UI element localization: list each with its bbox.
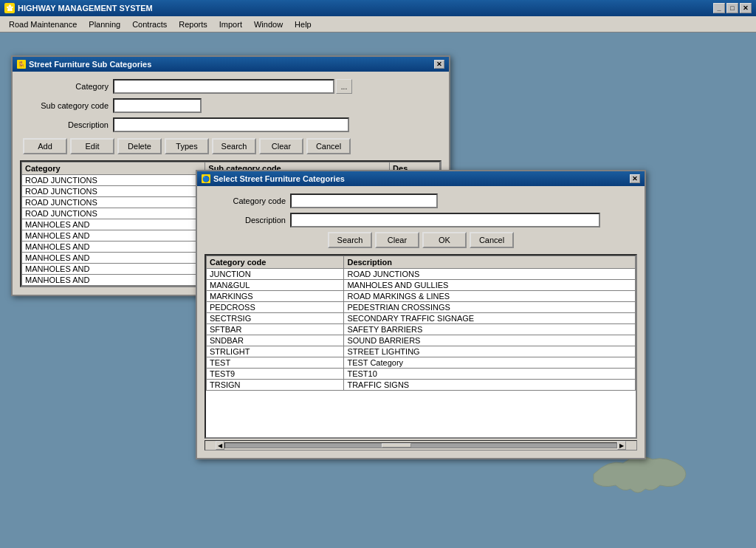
dialog2-ok-btn[interactable]: OK — [422, 232, 467, 248]
menu-window[interactable]: Window — [248, 18, 289, 30]
dialog-select-street-furniture-categories: 🔵 Select Street Furniture Categories ✕ C… — [196, 170, 646, 459]
dialog1-category-row: Category ... — [20, 79, 441, 94]
dialog1-subcategory-input[interactable] — [113, 98, 202, 113]
dialog1-col-category: Category — [22, 162, 205, 175]
dialog2-scrollbar-h[interactable]: ◀ ▶ — [205, 440, 637, 451]
table-row[interactable]: TRSIGNTRAFFIC SIGNS — [207, 380, 636, 391]
menu-help[interactable]: Help — [289, 18, 317, 30]
table-row[interactable]: TEST9TEST10 — [207, 369, 636, 380]
dialog2-col-category-code: Category code — [207, 256, 344, 269]
dialog2-clear-btn[interactable]: Clear — [375, 232, 419, 248]
dialog1-category-label: Category — [20, 82, 109, 91]
dialog2-category-code-row: Category code — [205, 193, 637, 208]
dialog1-title: Street Furniture Sub Categories — [29, 60, 151, 69]
dialog2-col-description: Description — [344, 256, 636, 269]
dialog1-clear-btn[interactable]: Clear — [259, 138, 303, 154]
dialog1-search-btn[interactable]: Search — [212, 138, 256, 154]
dialog1-description-input[interactable] — [113, 117, 349, 132]
app-icon: 🛣 — [4, 3, 15, 13]
dialog2-cancel-btn[interactable]: Cancel — [470, 232, 514, 248]
dialog1-category-input[interactable] — [113, 79, 334, 94]
dialog1-description-label: Description — [20, 120, 109, 129]
dialog1-subcategory-row: Sub category code — [20, 98, 441, 113]
menu-planning[interactable]: Planning — [83, 18, 126, 30]
dialog1-btn-row: Add Edit Delete Types Search Clear Cance… — [20, 138, 441, 154]
dialog1-subcategory-label: Sub category code — [20, 101, 109, 110]
scrollbar-track[interactable] — [224, 442, 617, 448]
dialog1-types-btn[interactable]: Types — [165, 138, 209, 154]
title-bar: 🛣 HIGHWAY MANAGEMENT SYSTEM _ □ ✕ — [0, 0, 756, 16]
scrollbar-thumb[interactable] — [382, 443, 411, 448]
dialog2-search-btn[interactable]: Search — [328, 232, 372, 248]
dialog2-category-code-label: Category code — [205, 196, 286, 205]
scroll-left-btn[interactable]: ◀ — [216, 441, 224, 450]
dialog1-delete-btn[interactable]: Delete — [117, 138, 162, 154]
dialog1-icon: 🪑 — [17, 60, 26, 69]
menu-contracts[interactable]: Contracts — [126, 18, 173, 30]
dialog2-title: Select Street Furniture Categories — [213, 174, 345, 183]
dialog1-title-bar: 🪑 Street Furniture Sub Categories ✕ — [13, 57, 449, 72]
dialog2-icon: 🔵 — [202, 174, 210, 183]
app-title: HIGHWAY MANAGEMENT SYSTEM — [18, 4, 153, 13]
dialog2-close-btn[interactable]: ✕ — [630, 174, 640, 183]
table-row[interactable]: TESTTEST Category — [207, 357, 636, 369]
dialog1-add-btn[interactable]: Add — [23, 138, 67, 154]
menu-road-maintenance[interactable]: Road Maintenance — [3, 18, 83, 30]
dialog2-title-bar: 🔵 Select Street Furniture Categories ✕ — [197, 171, 645, 186]
dialog2-description-label: Description — [205, 216, 286, 225]
dialog2-table: Category code Description JUNCTIONROAD J… — [206, 256, 636, 391]
dialog1-edit-btn[interactable]: Edit — [70, 138, 114, 154]
close-btn[interactable]: ✕ — [740, 3, 752, 13]
dialog2-content: Category code Description Search Clear O… — [197, 186, 645, 458]
menu-bar: Road Maintenance Planning Contracts Repo… — [0, 16, 756, 32]
menu-reports[interactable]: Reports — [173, 18, 213, 30]
table-row[interactable]: SNDBARSOUND BARRIERS — [207, 335, 636, 346]
table-row[interactable]: SFTBARSAFETY BARRIERS — [207, 324, 636, 335]
scroll-right-btn[interactable]: ▶ — [617, 441, 626, 450]
dialog2-table-container[interactable]: Category code Description JUNCTIONROAD J… — [205, 254, 637, 439]
table-row[interactable]: SECTRSIGSECONDARY TRAFFIC SIGNAGE — [207, 313, 636, 324]
dialog2-btn-row: Search Clear OK Cancel — [205, 232, 637, 248]
minimize-btn[interactable]: _ — [713, 3, 725, 13]
dialog2-description-row: Description — [205, 213, 637, 227]
restore-btn[interactable]: □ — [726, 3, 738, 13]
dialog1-description-row: Description — [20, 117, 441, 132]
menu-import[interactable]: Import — [213, 18, 248, 30]
dialog1-category-field-group: ... — [113, 79, 352, 94]
table-row[interactable]: JUNCTIONROAD JUNCTIONS — [207, 269, 636, 280]
dialog2-description-input[interactable] — [290, 213, 600, 227]
table-row[interactable]: MAN&GULMANHOLES AND GULLIES — [207, 280, 636, 291]
table-row[interactable]: MARKINGSROAD MARKINGS & LINES — [207, 291, 636, 302]
dialog1-category-browse-btn[interactable]: ... — [336, 79, 352, 94]
table-row[interactable]: STRLIGHTSTREET LIGHTING — [207, 346, 636, 357]
dialog1-close-btn[interactable]: ✕ — [434, 60, 444, 69]
dialog2-category-code-input[interactable] — [290, 193, 438, 208]
dialog1-cancel-btn[interactable]: Cancel — [306, 138, 351, 154]
table-row[interactable]: PEDCROSSPEDESTRIAN CROSSINGS — [207, 302, 636, 313]
